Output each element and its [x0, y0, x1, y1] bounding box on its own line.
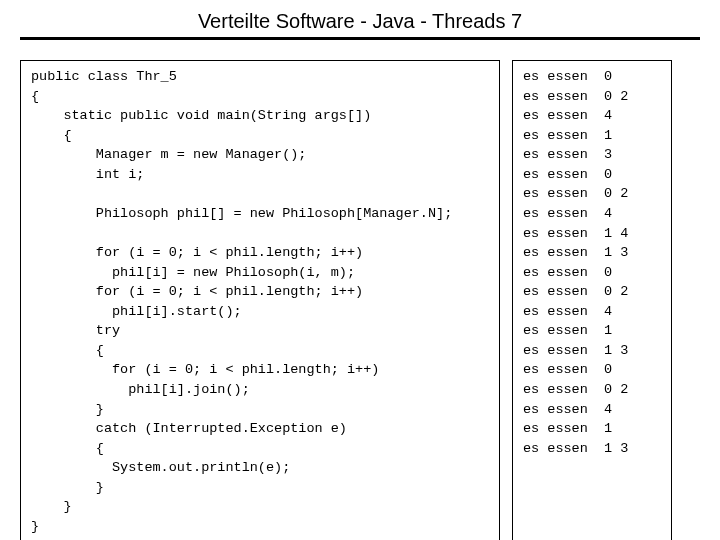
code-listing: public class Thr_5 { static public void …	[20, 60, 500, 540]
program-output: es essen 0 es essen 0 2 es essen 4 es es…	[512, 60, 672, 540]
slide: Verteilte Software - Java - Threads 7 pu…	[0, 0, 720, 540]
page-title: Verteilte Software - Java - Threads 7	[20, 10, 700, 40]
content-row: public class Thr_5 { static public void …	[20, 60, 700, 540]
